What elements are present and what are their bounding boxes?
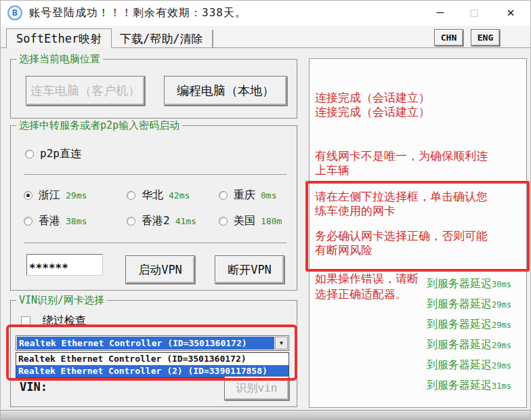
checkbox-icon[interactable]: [21, 316, 30, 326]
server-options: 浙江29ms 华北42ms 重庆0ms 香港38ms 香港241ms 美国180…: [24, 182, 289, 234]
divider: [24, 174, 286, 175]
error-note: 如果操作错误，请断 选择正确适配器。: [315, 271, 419, 302]
server-name: 重庆: [234, 188, 255, 201]
radio-icon[interactable]: [219, 217, 228, 226]
lang-chn-button[interactable]: CHN: [434, 29, 463, 46]
detect-vin-button[interactable]: 识别vin: [224, 376, 289, 400]
latency-line: 到服务器延迟29ms: [427, 358, 511, 379]
server-latency: 42ms: [169, 190, 190, 201]
server-latency: 180m: [261, 216, 282, 226]
latency-line: 到服务器延迟30ms: [427, 277, 511, 297]
radio-icon[interactable]: [127, 217, 135, 226]
dropdown-option[interactable]: Realtek Ethernet Controller (ID=35013601…: [16, 353, 289, 365]
radio-icon[interactable]: [25, 150, 34, 159]
nic-dropdown-list: Realtek Ethernet Controller (ID=35013601…: [16, 352, 289, 378]
local-computer-button[interactable]: 编程电脑（本地）: [164, 76, 287, 106]
password-input[interactable]: ******: [26, 254, 103, 276]
server-radio-option[interactable]: 重庆0ms: [219, 188, 289, 203]
server-latency: 41ms: [175, 216, 196, 226]
tab-download-help-clear[interactable]: 下载/帮助/清除: [109, 30, 213, 47]
server-name: 香港2: [142, 214, 170, 227]
bypass-check-label: 绕过检查: [43, 314, 86, 327]
divider: [24, 243, 286, 243]
vin-label: VIN:: [20, 380, 47, 394]
server-radio-option[interactable]: 美国180m: [219, 214, 289, 228]
radio-icon[interactable]: [24, 217, 33, 226]
server-latency: 38ms: [66, 216, 87, 226]
tab-softether-mapping[interactable]: SoftEther映射: [6, 28, 112, 48]
server-radio-option[interactable]: 香港38ms: [24, 214, 127, 228]
server-latency: 29ms: [66, 190, 87, 201]
car-client-button[interactable]: 连车电脑（客户机）: [26, 76, 145, 106]
radio-icon[interactable]: [24, 191, 33, 200]
log-panel: 连接完成（会话建立） 连接完成（会话建立） 有线网卡不是唯一，为确保顺利连 上车…: [309, 58, 527, 408]
stop-vpn-button[interactable]: 断开VPN: [215, 255, 284, 284]
start-vpn-button[interactable]: 启动VPN: [125, 255, 195, 284]
group-title: 选择中转服务或者p2p输入密码启动: [16, 119, 182, 132]
bypass-check-option[interactable]: 绕过检查: [21, 314, 86, 328]
server-radio-option[interactable]: 华北42ms: [127, 188, 219, 203]
latency-log: 到服务器延迟30ms 到服务器延迟29ms 到服务器延迟29ms 到服务器延迟2…: [427, 277, 511, 399]
group-computer-location: 选择当前电脑位置 连车电脑（客户机） 编程电脑（本地）: [10, 59, 297, 119]
radio-icon[interactable]: [127, 191, 135, 200]
latency-line: 到服务器延迟29ms: [427, 297, 511, 318]
server-name: 美国: [234, 214, 255, 227]
tab-strip: SoftEther映射 下载/帮助/清除 CHN ENG: [1, 26, 530, 48]
close-button[interactable]: ×: [495, 1, 526, 24]
server-radio-option[interactable]: 香港241ms: [127, 214, 219, 228]
server-radio-option[interactable]: 浙江29ms: [24, 188, 127, 203]
group-title: VIN识别/网卡选择: [16, 294, 107, 307]
server-latency: 0ms: [261, 190, 276, 201]
latency-line: 到服务器延迟31ms: [427, 379, 511, 399]
chevron-down-icon[interactable]: ▼: [275, 337, 288, 350]
minimize-button[interactable]: –: [425, 1, 456, 24]
select-nic-note: 请在左侧下拉选择框，单击确认您 练车使用的网卡: [315, 190, 488, 218]
latency-line: 到服务器延迟29ms: [427, 338, 511, 358]
group-title: 选择当前电脑位置: [16, 53, 103, 66]
titlebar: B 账号登陆成功！！！剩余有效期：338天。 – □ ×: [1, 1, 530, 26]
confirm-nic-note: 务必确认网卡选择正确，否则可能 有断网风险: [315, 229, 488, 257]
bottom-bar: [1, 410, 530, 419]
window-title: 账号登陆成功！！！剩余有效期：338天。: [29, 6, 247, 20]
nic-combobox[interactable]: Realtek Ethernet Controller (ID=35013601…: [16, 335, 289, 351]
nic-combobox-value: Realtek Ethernet Controller (ID=35013601…: [17, 337, 274, 350]
p2p-radio-option[interactable]: p2p直连: [25, 147, 81, 161]
wired-nic-warning: 有线网卡不是唯一，为确保顺利连 上车辆: [315, 149, 488, 177]
server-name: 华北: [142, 188, 163, 201]
session-messages: 连接完成（会话建立） 连接完成（会话建立）: [315, 91, 430, 119]
server-name: 浙江: [39, 188, 60, 201]
lang-eng-button[interactable]: ENG: [471, 29, 500, 46]
app-logo-icon: B: [7, 5, 22, 20]
app-window: B 账号登陆成功！！！剩余有效期：338天。 – □ × SoftEther映射…: [0, 0, 531, 420]
server-name: 香港: [39, 214, 60, 227]
radio-icon[interactable]: [219, 191, 228, 200]
log-message: 连接完成（会话建立）: [315, 91, 430, 105]
p2p-label: p2p直连: [40, 147, 81, 160]
maximize-button[interactable]: □: [459, 1, 490, 24]
log-message: 连接完成（会话建立）: [315, 105, 430, 119]
latency-line: 到服务器延迟29ms: [427, 318, 511, 338]
